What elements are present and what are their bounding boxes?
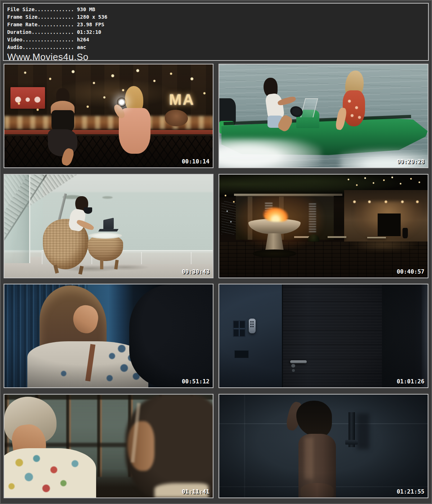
glass-wall [4,175,30,263]
video-codec-line: Video................. h264 [7,36,428,44]
timestamp-overlay: 00:10:14 [182,158,210,165]
floral-shirt [4,448,96,498]
scene-two-men [4,395,213,498]
floor-reflection [351,238,417,252]
timestamp-overlay: 00:51:12 [182,378,210,385]
boat-wake [219,139,321,167]
audio-codec-line: Audio................. aac [7,44,428,51]
seated-woman [65,196,94,239]
glass-pane [30,175,43,257]
bowl [84,207,92,214]
scene-shower [219,395,428,498]
screenshot-7: 01:11:41 [4,394,213,498]
duration-line: Duration.............. 01:32:10 [7,28,428,36]
scene-night-market: MA [4,64,213,167]
table-leg [100,260,103,269]
man-long-hair-face [127,421,154,471]
vignette [219,284,428,387]
file-info-panel: File Size............. 930 MB Frame Size… [3,3,429,61]
handbag [165,110,188,126]
red-floral-dress [343,90,365,126]
media-info-sheet: File Size............. 930 MB Frame Size… [0,0,432,504]
screenshot-2: 00:20:28 [219,64,428,168]
passenger-figure [336,71,378,132]
screenshot-1: MA 00:10:14 [4,64,213,168]
downlights [348,199,423,204]
screenshot-grid: MA 00:10:14 [4,64,428,498]
file-size-line: File Size............. 930 MB [7,6,428,13]
light-vines [221,201,236,234]
woman-dark-hair [46,88,80,167]
screenshot-8: 01:21:55 [219,394,428,498]
screenshot-3: 00:30:43 [4,174,213,278]
screenshot-4: 00:40:57 [219,174,428,278]
vignette [219,395,428,498]
timestamp-overlay: 00:20:28 [397,158,424,165]
scene-conversation [4,284,213,387]
timestamp-overlay: 01:11:41 [182,488,210,495]
screenshot-6: 01:01:26 [219,284,428,388]
scene-courtyard [219,175,428,278]
camera-flash [117,98,126,107]
bench [328,236,346,238]
vignette [4,284,213,387]
scene-boat [219,64,428,167]
driver-figure [261,77,303,132]
white-top [68,208,86,232]
timestamp-overlay: 00:30:43 [182,268,210,275]
timestamp-overlay: 01:21:55 [397,488,424,495]
scene-balcony [4,175,213,278]
timestamp-overlay: 01:01:26 [397,378,424,385]
pedestal [265,233,284,252]
frame-size-line: Frame Size............ 1280 x 536 [7,13,428,21]
site-watermark: Www.Movies4u.So [7,51,428,63]
dark-doorway [378,213,401,236]
laptop-base [98,229,118,231]
floor-shadow [100,264,150,270]
marquee-sign: MA [169,91,194,108]
frame-rate-line: Frame Rate............ 23.98 FPS [7,21,428,28]
island-small [102,196,113,199]
trash-bin [402,228,408,238]
white-tank-top [265,93,284,119]
timestamp-overlay: 00:40:57 [397,268,424,275]
screenshot-5: 00:51:12 [4,284,213,388]
scene-dark-room [219,284,428,387]
